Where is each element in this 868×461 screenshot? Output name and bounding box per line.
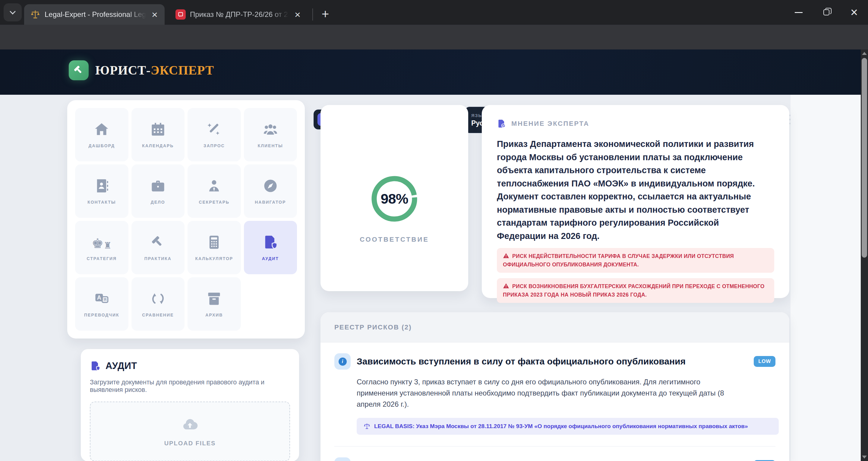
compliance-donut: 98% [370, 174, 419, 224]
risk-item-title: Зависимость вступления в силу от факта о… [356, 356, 754, 367]
tab-title: Legal-Expert - Professional Lega [44, 10, 146, 19]
tile-label: ЗАПРОС [204, 143, 225, 148]
minimize-button[interactable] [785, 0, 812, 25]
tile-secretary[interactable]: СЕКРЕТАРЬ [188, 165, 241, 218]
risk-registry-title: РЕЕСТР РИСКОВ (2) [334, 323, 412, 331]
expert-opinion-card: МНЕНИЕ ЭКСПЕРТА Приказ Департамента экон… [482, 105, 789, 298]
tile-label: КАЛЬКУЛЯТОР [195, 256, 233, 261]
browser-toolbar: ← → secretary2.store ☆ ↓ Окн [0, 25, 868, 50]
minimize-icon [795, 12, 803, 13]
tile-empty [244, 277, 297, 331]
tile-audit[interactable]: АУДИТ [244, 221, 297, 274]
upload-dropzone[interactable]: UPLOAD FILES [90, 402, 290, 461]
close-icon[interactable]: × [292, 9, 303, 20]
tile-label: КАЛЕНДАРЬ [142, 143, 174, 148]
magic-wand-icon [206, 122, 222, 137]
compliance-card: 98% СООТВЕТСТВИЕ [320, 105, 468, 291]
tile-label: СРАВНЕНИЕ [142, 313, 174, 317]
audit-panel-description: Загрузите документы для проведения право… [90, 379, 290, 394]
tab-prikaz[interactable]: Приказ № ДПР-ТР-26/26 от 24 × [169, 4, 308, 25]
legal-basis[interactable]: LEGAL BASIS: Указ Мэра Москвы от 28.11.2… [356, 418, 779, 435]
scrollbar-thumb[interactable] [862, 58, 867, 258]
warning-text: РИСК ВОЗНИКНОВЕНИЯ БУХГАЛТЕРСКИХ РАСХОЖД… [503, 283, 765, 298]
contact-book-icon [94, 178, 110, 194]
tile-label: СЕКРЕТАРЬ [199, 200, 230, 205]
tile-calendar[interactable]: КАЛЕНДАРЬ [131, 108, 185, 162]
archive-icon [206, 291, 222, 307]
risk-item: i Зависимость вступления в силу от факта… [334, 342, 775, 446]
scales-favicon-icon [30, 9, 40, 20]
page-scrollbar[interactable] [861, 50, 868, 461]
tile-label: АРХИВ [205, 313, 223, 317]
tile-label: КЛИЕНТЫ [258, 143, 283, 148]
warning-icon [503, 283, 509, 289]
translate-icon: A Я [94, 291, 110, 307]
content-gutter [790, 95, 861, 461]
tile-label: ДЕЛО [151, 200, 165, 205]
tile-case[interactable]: ДЕЛО [131, 165, 185, 218]
gavel-icon [73, 64, 85, 76]
tile-label: ПРАКТИКА [145, 256, 172, 261]
briefcase-icon [150, 178, 166, 194]
tile-translator[interactable]: A Я ПЕРЕВОДЧИК [75, 277, 128, 331]
tile-label: ДАШБОРД [89, 143, 115, 148]
brand-primary: ЮРИСТ- [95, 63, 151, 77]
tile-dashboard[interactable]: ДАШБОРД [75, 108, 128, 162]
tile-navigator[interactable]: НАВИГАТОР [244, 165, 297, 218]
scroll-down-arrow[interactable] [862, 456, 867, 459]
users-icon [262, 122, 278, 137]
brand-accent: ЭКСПЕРТ [151, 63, 214, 77]
scales-icon [363, 423, 371, 430]
tile-label: КОНТАКТЫ [87, 200, 116, 205]
browser-tabstrip: Legal-Expert - Professional Lega × Прика… [0, 0, 868, 25]
window-controls: × [785, 0, 868, 25]
app-header: ЮРИСТ-ЭКСПЕРТ Д Демо Пользователь RU ЮРИ… [0, 50, 861, 95]
tab-search-button[interactable] [4, 3, 22, 22]
tile-compare[interactable]: СРАВНЕНИЕ [131, 277, 185, 331]
expert-opinion-title: МНЕНИЕ ЭКСПЕРТА [512, 120, 589, 127]
close-icon[interactable]: × [149, 9, 160, 20]
info-icon: i [334, 353, 351, 370]
calendar-icon [150, 122, 166, 137]
tile-contacts[interactable]: КОНТАКТЫ [75, 165, 128, 218]
compass-icon [262, 178, 278, 194]
doc-check-icon [497, 119, 506, 128]
chevron-down-icon [10, 8, 16, 15]
tile-request[interactable]: ЗАПРОС [188, 108, 241, 162]
gavel-icon [150, 234, 166, 250]
calculator-icon [206, 234, 222, 250]
tab-title: Приказ № ДПР-ТР-26/26 от 24 [190, 10, 289, 19]
tile-label: АУДИТ [262, 256, 279, 261]
info-icon: i [334, 457, 351, 461]
tile-strategy[interactable]: ♚♜ СТРАТЕГИЯ [75, 221, 128, 274]
tile-calculator[interactable]: КАЛЬКУЛЯТОР [188, 221, 241, 274]
brand: ЮРИСТ-ЭКСПЕРТ [69, 60, 214, 80]
new-tab-button[interactable]: + [317, 6, 334, 22]
cloud-upload-icon [182, 416, 198, 433]
restore-button[interactable] [812, 0, 840, 25]
tile-label: НАВИГАТОР [255, 200, 286, 205]
secretary-icon [206, 178, 222, 194]
scroll-up-arrow[interactable] [862, 52, 867, 55]
audit-doc-shield-icon [90, 361, 101, 371]
compliance-value: 98% [370, 174, 419, 224]
home-icon [94, 122, 110, 137]
document-favicon-icon [176, 9, 186, 20]
brand-name: ЮРИСТ-ЭКСПЕРТ [95, 63, 214, 78]
risk-item: i Отмена ранее действовавшего нормативно… [334, 446, 775, 461]
risk-item-description: Согласно пункту 3, приказ вступает в сил… [356, 376, 743, 410]
tile-label: СТРАТЕГИЯ [87, 256, 117, 261]
close-window-button[interactable]: × [840, 0, 868, 25]
svg-text:Я: Я [103, 297, 106, 302]
tile-clients[interactable]: КЛИЕНТЫ [244, 108, 297, 162]
expert-opinion-body: Приказ Департамента экономической полити… [497, 138, 770, 242]
tile-archive[interactable]: АРХИВ [188, 277, 241, 331]
tile-label: ПЕРЕВОДЧИК [84, 313, 119, 317]
tile-practice[interactable]: ПРАКТИКА [131, 221, 185, 274]
severity-badge: LOW [754, 460, 775, 461]
tab-legal-expert[interactable]: Legal-Expert - Professional Lega × [24, 4, 165, 25]
module-grid: ДАШБОРД КАЛЕНДАРЬ ЗАПРОС КЛИЕНТЫ КОНТАКТ… [67, 100, 305, 339]
chess-icon: ♚♜ [92, 234, 112, 250]
risk-warning-pill: РИСК НЕДЕЙСТВИТЕЛЬНОСТИ ТАРИФА В СЛУЧАЕ … [497, 248, 774, 273]
risk-warning-pill: РИСК ВОЗНИКНОВЕНИЯ БУХГАЛТЕРСКИХ РАСХОЖД… [497, 278, 774, 303]
